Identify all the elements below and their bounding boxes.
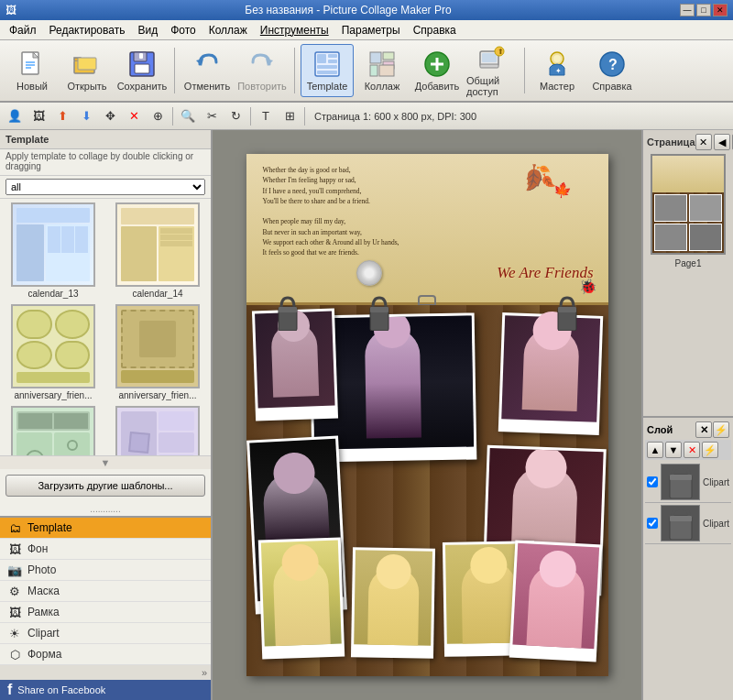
move-tool[interactable]: ✥ [99, 105, 121, 127]
save-button[interactable]: Сохранить [115, 44, 169, 97]
collage-poem-text: Whether the day is good or bad, Whether … [263, 165, 465, 257]
layer-delete-button[interactable]: ✕ [684, 442, 700, 458]
page-delete-button[interactable]: ✕ [695, 134, 712, 150]
panel-desc: Apply template to collage by double clic… [0, 149, 211, 176]
share-label: Общий доступ [466, 75, 518, 97]
canvas-area: 🍂 🍁 Whether the day is good or bad, Whet… [213, 130, 641, 700]
person-tool[interactable]: 👤 [4, 105, 26, 127]
svg-rect-42 [558, 307, 576, 312]
list-item[interactable]: calendar_13 [4, 202, 103, 299]
down-tool[interactable]: ⬇ [75, 105, 97, 127]
copy-tool[interactable]: ⊕ [147, 105, 169, 127]
menu-tools[interactable]: Инструменты [255, 22, 334, 38]
layer-tab-frame[interactable]: 🖼 Рамка [0, 602, 211, 623]
polaroid-bottom-left[interactable] [257, 537, 344, 659]
template-thumb-anniv2[interactable] [115, 304, 200, 388]
filter-select[interactable]: all birthday calendar holiday travel [5, 179, 205, 195]
layer-tab-template[interactable]: 🗂 Template [0, 518, 211, 539]
layer-flash-button[interactable]: ⚡ [702, 442, 718, 458]
image-tool[interactable]: 🖼 [27, 105, 49, 127]
svg-rect-40 [370, 307, 388, 312]
list-item[interactable]: anniversary_frien... [108, 304, 207, 400]
layer-up-button[interactable]: ▲ [647, 442, 663, 458]
svg-point-33 [553, 55, 561, 62]
collage-label: Коллаж [365, 81, 400, 92]
titlebar: 🖼 Без названия - Picture Collage Maker P… [0, 0, 733, 20]
list-item[interactable]: calendar_14 [108, 202, 207, 299]
list-item[interactable]: april fools_02 [4, 406, 103, 455]
layer-tab-mask[interactable]: ⚙ Маска [0, 581, 211, 602]
text-tool[interactable]: T [255, 105, 277, 127]
wizard-button[interactable]: ✦ Мастер [531, 44, 584, 97]
layer-close-button[interactable]: ✕ [695, 421, 712, 438]
new-button[interactable]: Новый [5, 44, 59, 97]
layer-1-checkbox[interactable] [647, 476, 658, 487]
layer-tab-clipart[interactable]: ☀ Clipart [0, 623, 211, 644]
menu-photo[interactable]: Фото [165, 22, 202, 38]
undo-button[interactable]: Отменить [181, 44, 234, 97]
facebook-share-label: Share on Facebook [17, 684, 105, 695]
svg-text:✦: ✦ [555, 67, 562, 75]
open-button[interactable]: Открыть [60, 44, 114, 97]
new-icon [17, 49, 47, 79]
layer-down-button[interactable]: ▼ [665, 442, 682, 458]
facebook-share-bar[interactable]: f Share on Facebook [0, 680, 211, 700]
more-arrow[interactable]: » [0, 665, 211, 680]
close-button[interactable]: ✕ [713, 4, 728, 16]
polaroid-bottom-center[interactable] [350, 547, 434, 659]
layer-2-checkbox[interactable] [647, 518, 658, 529]
layer-tab-photo[interactable]: 📷 Photo [0, 560, 211, 581]
up-tool[interactable]: ⬆ [51, 105, 73, 127]
template-thumb-calendar14[interactable] [115, 202, 200, 287]
maximize-button[interactable]: □ [696, 4, 711, 16]
layer-entry-1[interactable]: Clipart [645, 462, 731, 503]
template-thumb-april2[interactable] [115, 406, 200, 455]
panel-filter[interactable]: all birthday calendar holiday travel [0, 176, 211, 199]
zoom-tool[interactable]: 🔍 [177, 105, 199, 127]
collage-canvas[interactable]: 🍂 🍁 Whether the day is good or bad, Whet… [246, 154, 608, 676]
clipart-tab-icon: ☀ [7, 626, 22, 640]
rotate-tool[interactable]: ↻ [224, 105, 246, 127]
polaroid-top-right[interactable] [498, 312, 602, 435]
redo-button[interactable]: Повторить [235, 44, 289, 97]
crop-tool[interactable]: ✂ [201, 105, 223, 127]
template-thumb-april1[interactable] [11, 406, 95, 455]
layer-tools-row: ▲ ▼ ✕ ⚡ [645, 440, 731, 460]
svg-rect-19 [370, 52, 381, 63]
scroll-down-indicator[interactable]: ▼ [0, 455, 211, 469]
menu-view[interactable]: Вид [132, 22, 163, 38]
window-controls: — □ ✕ [680, 4, 728, 16]
help-button[interactable]: ? Справка [585, 44, 639, 97]
template-name: calendar_13 [27, 289, 78, 299]
share-button[interactable]: ⬆ Общий доступ [465, 44, 519, 97]
layer-panel: Слой ✕ ⚡ ▲ ▼ ✕ ⚡ [643, 418, 733, 700]
template-thumb-calendar13[interactable] [11, 202, 95, 287]
menu-params[interactable]: Параметры [336, 22, 406, 38]
svg-rect-28 [482, 53, 497, 62]
load-templates-button[interactable]: Загрузить другие шаблоны... [5, 475, 205, 497]
template-thumb-anniv1[interactable] [11, 304, 95, 388]
align-tool[interactable]: ⊞ [279, 105, 301, 127]
layer-add-button[interactable]: ⚡ [713, 421, 729, 438]
template-button[interactable]: Template [301, 44, 354, 97]
delete-tool[interactable]: ✕ [123, 105, 145, 127]
menu-file[interactable]: Файл [4, 22, 42, 38]
menu-collage[interactable]: Коллаж [203, 22, 253, 38]
menu-help[interactable]: Справка [408, 22, 462, 38]
list-item[interactable]: april fools_03 [108, 406, 207, 455]
redo-label: Повторить [237, 81, 287, 92]
layer-entry-2[interactable]: Clipart [645, 503, 731, 544]
layer-tab-shape[interactable]: ⬡ Форма [0, 644, 211, 665]
add-button[interactable]: Добавить [410, 44, 464, 97]
layer-tab-template-label: Template [27, 521, 72, 534]
collage-icon [367, 49, 397, 79]
layer-tab-background[interactable]: 🖼 Фон [0, 539, 211, 560]
menu-edit[interactable]: Редактировать [44, 22, 131, 38]
minimize-button[interactable]: — [680, 4, 695, 16]
page-prev-button[interactable]: ◀ [714, 134, 730, 150]
page-thumbnail[interactable] [651, 154, 726, 255]
list-item[interactable]: anniversary_frien... [4, 304, 103, 400]
svg-rect-38 [279, 307, 297, 312]
polaroid-bottom-right[interactable] [509, 541, 602, 662]
collage-button[interactable]: Коллаж [356, 44, 409, 97]
